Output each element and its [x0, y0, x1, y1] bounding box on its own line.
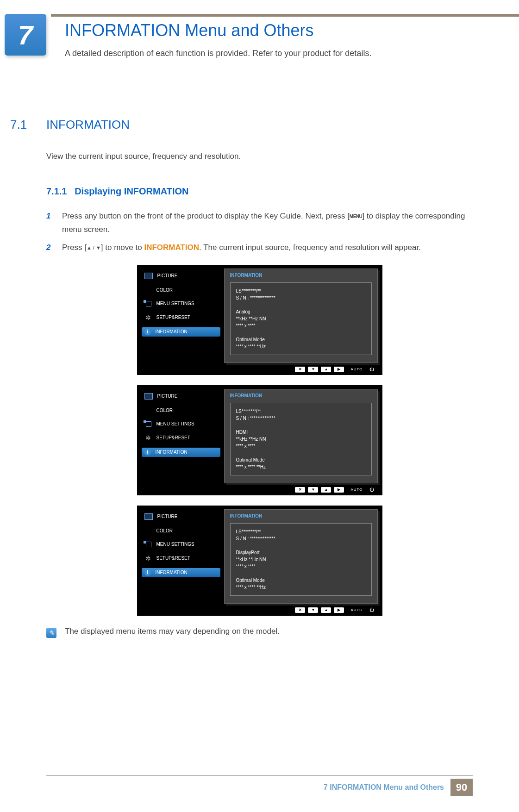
osd-item-picture: PICTURE [142, 512, 220, 521]
footer: 7 INFORMATION Menu and Others 90 [324, 779, 473, 796]
osd-item-menu-settings: MENU SETTINGS [142, 540, 220, 549]
osd-label-information: INFORMATION [156, 570, 188, 575]
osd-label-information: INFORMATION [156, 450, 188, 455]
chapter-title: INFORMATION Menu and Others [65, 21, 482, 40]
osd-panel-body: LS********/** S / N : ************** Ana… [230, 282, 372, 355]
osd-panel-body: LS********/** S / N : ************** Dis… [230, 523, 372, 596]
footer-divider [46, 775, 473, 776]
down-arrow-icon: ▼ [308, 607, 318, 613]
osd-item-menu-settings: MENU SETTINGS [142, 300, 220, 308]
menu-settings-icon [144, 301, 152, 306]
subsection-title-text: Displaying INFORMATION [75, 186, 188, 196]
osd-label-picture: PICTURE [157, 514, 178, 519]
up-arrow-icon: ▲ [321, 367, 331, 372]
osd-label-information: INFORMATION [156, 329, 188, 334]
info-icon: i [144, 569, 151, 576]
gear-icon: ✲ [144, 556, 152, 561]
close-icon: ✕ [295, 487, 305, 493]
gear-icon: ✲ [144, 315, 152, 320]
menu-settings-icon [144, 542, 152, 547]
section-number: 7.1 [10, 118, 27, 132]
right-arrow-icon: ▶ [334, 607, 344, 613]
top-divider [51, 14, 519, 17]
right-arrow-icon: ▶ [334, 487, 344, 493]
osd-panel-title: INFORMATION [230, 273, 372, 278]
color-icon [144, 528, 152, 533]
osd-label-menu-settings: MENU SETTINGS [156, 542, 194, 547]
close-icon: ✕ [295, 367, 305, 372]
osd-sidebar: PICTURE COLOR MENU SETTINGS ✲SETUP&RESET… [142, 269, 220, 363]
note: ✎ The displayed menu items may vary depe… [46, 627, 473, 638]
osd-info-panel: INFORMATION LS********/** S / N : ******… [224, 509, 378, 604]
step-number: 2 [46, 241, 62, 255]
color-icon [144, 408, 152, 412]
osd-screenshot-hdmi: PICTURE COLOR MENU SETTINGS ✲SETUP&RESET… [137, 385, 382, 495]
osd-label-setup-reset: SETUP&RESET [156, 435, 190, 440]
color-icon [144, 287, 152, 292]
osd-screenshots: PICTURE COLOR MENU SETTINGS ✲SETUP&RESET… [46, 265, 473, 616]
picture-icon [144, 393, 153, 400]
step2-mid: ] to move to [101, 243, 144, 252]
osd-item-setup-reset: ✲SETUP&RESET [142, 313, 220, 322]
osd-item-menu-settings: MENU SETTINGS [142, 420, 220, 428]
subsection-title: 7.1.1 Displaying INFORMATION [46, 186, 473, 197]
osd-panel-body: LS********/** S / N : ************** HDM… [230, 403, 372, 475]
info-icon: i [144, 449, 151, 456]
chapter-header: INFORMATION Menu and Others A detailed d… [65, 21, 482, 58]
osd-inner: PICTURE COLOR MENU SETTINGS ✲SETUP&RESET… [137, 385, 382, 485]
osd-label-menu-settings: MENU SETTINGS [156, 421, 194, 426]
osd-item-setup-reset: ✲SETUP&RESET [142, 554, 220, 562]
power-icon: ⏻ [369, 487, 374, 493]
auto-label: AUTO [347, 487, 366, 493]
close-icon: ✕ [295, 607, 305, 613]
osd-label-color: COLOR [156, 287, 173, 293]
menu-key-label: MENU [350, 214, 362, 219]
page: 7 INFORMATION Menu and Others A detailed… [0, 0, 519, 812]
subsection: 7.1.1 Displaying INFORMATION 1 Press any… [46, 186, 473, 638]
osd-navbar: ✕ ▼ ▲ ▶ AUTO ⏻ [137, 606, 382, 614]
step-number: 1 [46, 210, 62, 237]
osd-info-panel: INFORMATION LS********/** S / N : ******… [224, 269, 378, 363]
osd-item-information: iINFORMATION [142, 327, 220, 337]
section-body: View the current input source, frequency… [46, 152, 473, 161]
auto-label: AUTO [347, 607, 366, 613]
auto-label: AUTO [347, 367, 366, 372]
osd-label-color: COLOR [156, 528, 173, 533]
osd-label-menu-settings: MENU SETTINGS [156, 301, 194, 306]
down-arrow-icon: ▼ [308, 487, 318, 493]
step-text: Press any button on the front of the pro… [62, 210, 473, 237]
chapter-number-tab: 7 [5, 14, 46, 56]
osd-inner: PICTURE COLOR MENU SETTINGS ✲SETUP&RESET… [137, 506, 382, 606]
menu-settings-icon [144, 421, 152, 427]
picture-icon [144, 273, 153, 279]
power-icon: ⏻ [369, 607, 374, 613]
step-1: 1 Press any button on the front of the p… [46, 210, 473, 237]
subsection-number: 7.1.1 [46, 186, 67, 196]
info-icon: i [144, 329, 151, 335]
osd-screenshot-displayport: PICTURE COLOR MENU SETTINGS ✲SETUP&RESET… [137, 506, 382, 616]
osd-navbar: ✕ ▼ ▲ ▶ AUTO ⏻ [137, 485, 382, 493]
osd-label-setup-reset: SETUP&RESET [156, 315, 190, 320]
down-arrow-icon: ▼ [308, 367, 318, 372]
osd-item-picture: PICTURE [142, 392, 220, 401]
osd-panel-title: INFORMATION [230, 393, 372, 398]
osd-screenshot-analog: PICTURE COLOR MENU SETTINGS ✲SETUP&RESET… [137, 265, 382, 375]
step1-pre: Press any button on the front of the pro… [62, 212, 350, 220]
information-highlight: INFORMATION [144, 243, 199, 252]
osd-item-color: COLOR [142, 286, 220, 294]
osd-sidebar: PICTURE COLOR MENU SETTINGS ✲SETUP&RESET… [142, 509, 220, 604]
osd-navbar: ✕ ▼ ▲ ▶ AUTO ⏻ [137, 365, 382, 373]
osd-label-picture: PICTURE [157, 273, 178, 278]
osd-item-color: COLOR [142, 406, 220, 414]
osd-item-picture: PICTURE [142, 271, 220, 281]
step-2: 2 Press [▲ / ▼] to move to INFORMATION. … [46, 241, 473, 255]
osd-info-panel: INFORMATION LS********/** S / N : ******… [224, 389, 378, 483]
osd-label-color: COLOR [156, 408, 173, 413]
step-text: Press [▲ / ▼] to move to INFORMATION. Th… [62, 241, 421, 255]
osd-item-information: iINFORMATION [142, 568, 220, 577]
note-text: The displayed menu items may vary depend… [65, 627, 280, 636]
picture-icon [144, 513, 153, 520]
osd-sidebar: PICTURE COLOR MENU SETTINGS ✲SETUP&RESET… [142, 389, 220, 483]
up-arrow-icon: ▲ [321, 487, 331, 493]
right-arrow-icon: ▶ [334, 367, 344, 372]
